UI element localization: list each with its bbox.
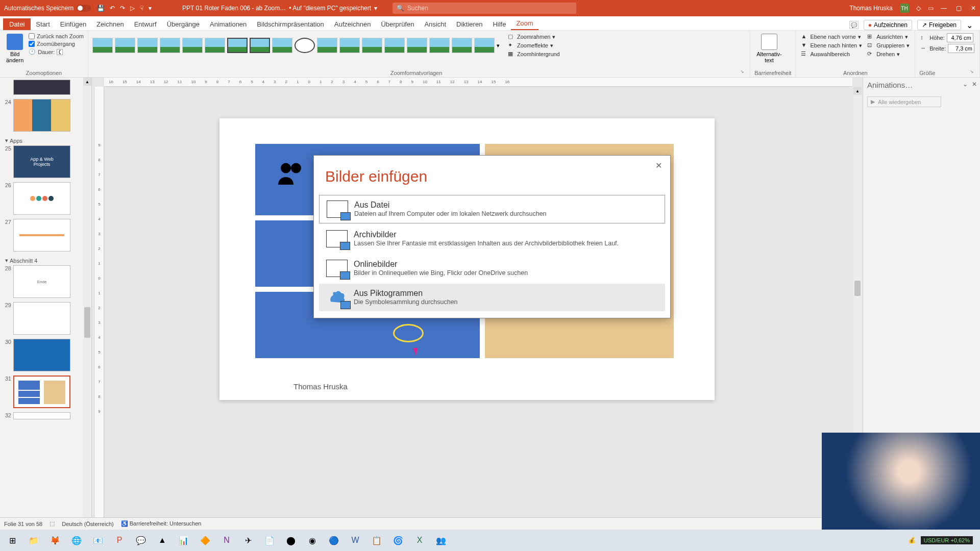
slide-thumb-31[interactable] (13, 375, 70, 408)
dialog-close-button[interactable]: ✕ (652, 160, 665, 171)
spellcheck-icon[interactable]: ⬚ (50, 520, 55, 527)
style-thumb[interactable] (339, 38, 360, 53)
ribbon-chevron-icon[interactable]: ⌄ (966, 20, 973, 30)
slide-thumb-32[interactable] (13, 412, 70, 419)
option-online-pictures[interactable]: Onlinebilder Bilder in Onlinequellen wie… (319, 255, 665, 282)
option-stock-images[interactable]: Archivbilder Lassen Sie Ihrer Fantasie m… (319, 225, 665, 253)
undo-icon[interactable]: ↶ (110, 5, 115, 12)
word-icon[interactable]: W (346, 532, 364, 548)
obs-icon[interactable]: ⬤ (282, 532, 300, 548)
accessibility-check[interactable]: ♿ Barrierefreiheit: Untersuchen (121, 520, 202, 527)
excel-icon[interactable]: X (410, 532, 429, 548)
tab-insert[interactable]: Einfügen (55, 18, 91, 30)
app-icon[interactable]: 📊 (175, 532, 193, 548)
style-thumb[interactable] (115, 38, 135, 53)
section-header[interactable]: ▾Apps (3, 136, 88, 145)
language-indicator[interactable]: Deutsch (Österreich) (62, 521, 113, 527)
tab-help[interactable]: Hilfe (487, 18, 511, 30)
app-icon[interactable]: 📋 (368, 532, 386, 548)
send-backward-button[interactable]: ▼Ebene nach hinten▾ (800, 41, 863, 49)
style-thumb[interactable] (474, 38, 495, 53)
coming-soon-icon[interactable]: ◇ (916, 5, 921, 12)
slide-thumb-25[interactable]: App & Web Projects (13, 145, 70, 178)
style-thumb[interactable] (362, 38, 382, 53)
section-header[interactable]: ▾Abschnitt 4 (3, 256, 88, 265)
style-thumb[interactable] (452, 38, 472, 53)
style-thumb[interactable] (92, 38, 113, 53)
tab-review[interactable]: Überprüfen (376, 18, 419, 30)
zoom-transition-checkbox[interactable]: Zoomübergang (29, 41, 84, 47)
tab-record[interactable]: Aufzeichnen (329, 18, 376, 30)
option-from-icons[interactable]: Aus Piktogrammen Die Symbolesammlung dur… (319, 284, 665, 311)
outlook-icon[interactable]: 📧 (89, 532, 107, 548)
slide-thumb-30[interactable] (13, 339, 70, 371)
slide-thumb-24[interactable] (13, 99, 70, 132)
close-window-icon[interactable]: ✕ (971, 5, 976, 12)
onenote-icon[interactable]: N (217, 532, 236, 548)
zoom-background-button[interactable]: ▦Zoomhintergrund (507, 50, 561, 58)
touch-mode-icon[interactable]: ☟ (140, 5, 143, 12)
edge-icon[interactable]: 🌀 (389, 532, 407, 548)
search-box[interactable]: 🔍 Suchen (393, 3, 576, 14)
minimize-icon[interactable]: — (941, 5, 947, 12)
from-beginning-icon[interactable]: ▷ (130, 5, 135, 12)
scroll-thumb[interactable] (854, 281, 861, 296)
slide-thumb-29[interactable] (13, 302, 70, 335)
thumbnail-scrollbar[interactable]: ▲ ▼ (83, 78, 91, 538)
dialog-launcher-icon[interactable]: ↘ (970, 69, 975, 76)
slide-counter[interactable]: Folie 31 von 58 (4, 521, 42, 527)
app-icon[interactable]: 💬 (132, 532, 150, 548)
user-avatar[interactable]: TH (900, 4, 909, 13)
app-icon[interactable]: ◉ (303, 532, 322, 548)
tab-animations[interactable]: Animationen (205, 18, 252, 30)
app-icon[interactable]: 📄 (260, 532, 279, 548)
save-icon[interactable]: 💾 (97, 5, 105, 12)
tab-transitions[interactable]: Übergänge (162, 18, 205, 30)
slide-thumb-27[interactable] (13, 219, 70, 252)
change-image-button[interactable]: Bild ändern (4, 33, 26, 64)
user-name[interactable]: Thomas Hruska (849, 5, 893, 12)
title-dropdown-icon[interactable]: ▾ (374, 5, 377, 12)
share-button[interactable]: ↗Freigeben (917, 20, 961, 30)
tab-file[interactable]: Datei (3, 18, 31, 30)
tab-design[interactable]: Entwurf (129, 18, 162, 30)
chrome-icon[interactable]: 🌐 (67, 532, 86, 548)
dialog-launcher-icon[interactable]: ↘ (740, 69, 746, 76)
bring-forward-button[interactable]: ▲Ebene nach vorne▾ (800, 33, 863, 41)
qat-more-icon[interactable]: ▾ (149, 5, 152, 12)
option-from-file[interactable]: Aus Datei Dateien auf Ihrem Computer ode… (319, 195, 665, 223)
play-all-button[interactable]: ▶ Alle wiedergeben (867, 96, 941, 107)
slide-thumb-28[interactable]: Ende (13, 265, 70, 298)
firefox-icon[interactable]: 🦊 (46, 532, 64, 548)
style-thumb[interactable] (137, 38, 158, 53)
style-thumb[interactable] (407, 38, 427, 53)
tab-draw[interactable]: Zeichnen (91, 18, 129, 30)
align-button[interactable]: ⊞Ausrichten▾ (866, 33, 911, 41)
maximize-icon[interactable]: ▢ (956, 5, 962, 12)
back-to-zoom-checkbox[interactable]: Zurück nach Zoom (29, 33, 84, 39)
style-thumb[interactable] (250, 38, 270, 53)
pane-close-icon[interactable]: ✕ (972, 81, 977, 88)
style-thumb[interactable] (317, 38, 337, 53)
slide-thumb-26[interactable] (13, 182, 70, 215)
scroll-up-icon[interactable]: ▲ (83, 78, 91, 86)
zoom-styles-gallery[interactable]: ▾ (92, 38, 500, 53)
ribbon-display-icon[interactable]: ▭ (928, 5, 934, 12)
tray-currency-icon[interactable]: 💰 (908, 537, 916, 544)
gallery-more-icon[interactable]: ▾ (497, 42, 500, 49)
record-button[interactable]: ●Aufzeichnen (864, 20, 912, 30)
alt-text-button[interactable]: Alternativ- text (754, 33, 784, 64)
width-input[interactable] (948, 44, 974, 53)
zoom-effects-button[interactable]: ✦Zoomeffekte▾ (507, 41, 561, 49)
zoom-frame-button[interactable]: ▢Zoomrahmen▾ (507, 33, 561, 41)
scroll-thumb[interactable] (84, 307, 90, 338)
selection-pane-button[interactable]: ☰Auswahlbereich (800, 50, 863, 58)
style-thumb[interactable] (227, 38, 248, 53)
comments-icon[interactable]: 💬 (849, 21, 859, 29)
rotate-button[interactable]: ⟳Drehen▾ (866, 50, 911, 58)
style-thumb[interactable] (295, 38, 315, 53)
redo-icon[interactable]: ↷ (120, 5, 125, 12)
group-button[interactable]: ⊡Gruppieren▾ (866, 41, 911, 49)
vlc-icon[interactable]: ▲ (153, 532, 172, 548)
pane-chevron-icon[interactable]: ⌄ (963, 81, 968, 88)
